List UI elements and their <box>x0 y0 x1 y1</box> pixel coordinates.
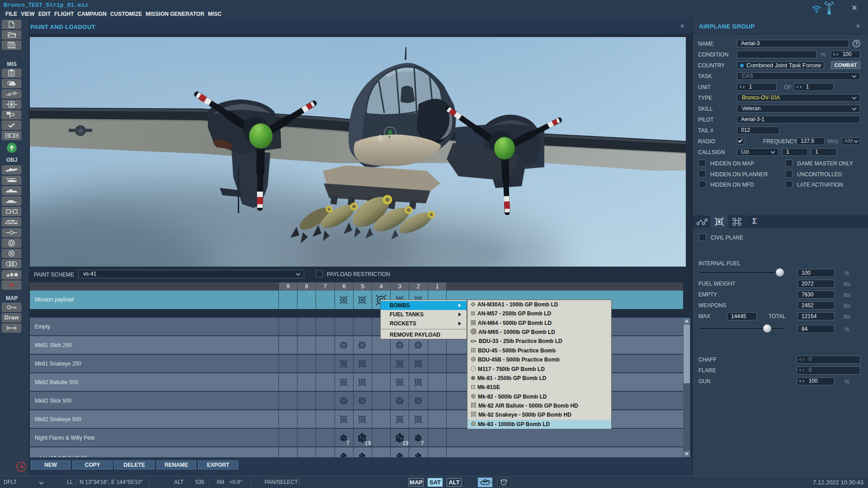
svg-text:8: 8 <box>378 134 382 143</box>
